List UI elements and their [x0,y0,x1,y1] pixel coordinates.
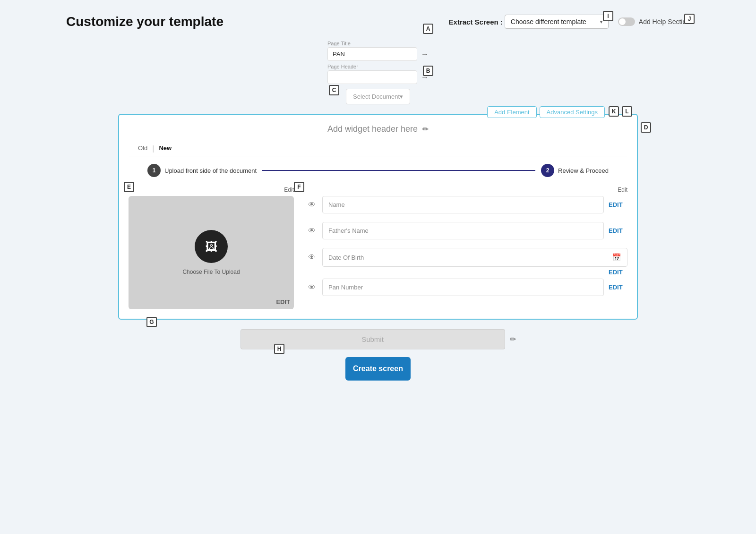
step-2-circle: 2 [541,164,554,177]
badge-C: C [329,85,339,95]
badge-B: B [423,66,433,76]
step-2-number: 2 [546,167,550,174]
widget-header-text: Add widget header here [327,124,418,134]
badge-L: L [622,106,632,117]
badge-F: F [294,182,304,192]
widget-header-edit-icon[interactable]: ✏ [422,125,429,134]
upload-image-icon: 🖼 [205,239,217,254]
dob-edit-row: EDIT [308,269,627,276]
badge-H: H [274,344,284,354]
badge-E: E [124,182,134,192]
help-section-toggle[interactable] [618,17,635,26]
add-element-button[interactable]: Add Element [487,106,536,118]
widget-toolbar: Add Element Advanced Settings K L [487,106,632,118]
select-document-dropdown[interactable]: Select Document ▾ [346,89,410,104]
tabs-row: Old | New [129,142,627,156]
page-title-arrow-icon: → [421,50,429,59]
tab-old[interactable]: Old [133,142,152,156]
extract-screen-label: Extract Screen : [449,18,503,26]
form-column: F Edit 👁 Name EDIT 👁 Father's Name [308,186,627,305]
name-input[interactable]: Name [322,196,604,213]
step-line [262,170,535,171]
name-placeholder: Name [328,201,345,208]
advanced-settings-button[interactable]: Advanced Settings [540,106,605,118]
badge-J: J [684,14,695,24]
help-section-label: Add Help Section [639,18,690,25]
upload-file-label: Choose File To Upload [182,269,240,275]
pan-visibility-icon[interactable]: 👁 [308,283,318,292]
page-title-input[interactable] [327,47,417,61]
badge-G: G [146,317,157,327]
dob-block: 👁 Date Of Birth 📅 EDIT [308,248,627,276]
pan-input[interactable]: Pan Number [322,279,604,296]
pan-placeholder: Pan Number [328,284,363,291]
upload-edit-button[interactable]: EDIT [276,298,290,305]
submit-row: G Submit ✏ [118,329,638,349]
upload-icon-circle: 🖼 [195,230,228,263]
page-title: Customize your template [66,14,223,29]
calendar-icon: 📅 [612,253,621,262]
chevron-down-icon: ▾ [600,19,602,25]
template-dropdown[interactable]: Choose different template ▾ [505,15,609,29]
steps-row: 1 Upload front side of the document 2 Re… [129,164,627,177]
badge-K: K [609,106,619,117]
upload-column: E Edit 🖼 Choose File To Upload EDIT [129,186,294,309]
upload-edit-label: Edit [129,186,294,193]
pan-number-field-row: 👁 Pan Number EDIT [308,279,627,296]
fathers-name-placeholder: Father's Name [328,227,369,234]
page-header-label: Page Header [327,64,429,69]
badge-A: A [423,24,433,34]
create-screen-button[interactable]: Create screen [345,357,411,381]
submit-edit-icon[interactable]: ✏ [510,335,516,344]
dob-field-row: 👁 Date Of Birth 📅 [308,248,627,267]
step-1-number: 1 [153,167,156,174]
fathers-name-input[interactable]: Father's Name [322,222,604,239]
step-2-label: Review & Proceed [558,167,609,174]
badge-D: D [641,122,651,133]
dob-visibility-icon[interactable]: 👁 [308,253,318,262]
page-title-label: Page Title [327,41,429,46]
fathers-name-visibility-icon[interactable]: 👁 [308,227,318,235]
dob-input[interactable]: Date Of Birth 📅 [322,248,627,267]
fathers-name-edit-button[interactable]: EDIT [609,227,627,234]
step-1-label: Upload front side of the document [164,167,257,174]
tab-new[interactable]: New [154,142,176,156]
pan-edit-button[interactable]: EDIT [609,284,627,291]
widget-container: Add Element Advanced Settings K L Add wi… [118,114,638,320]
fathers-name-field-row: 👁 Father's Name EDIT [308,222,627,239]
name-edit-button[interactable]: EDIT [609,201,627,208]
step-1-circle: 1 [147,164,161,177]
name-visibility-icon[interactable]: 👁 [308,201,318,209]
upload-box[interactable]: 🖼 Choose File To Upload EDIT [129,196,294,309]
select-document-placeholder: Select Document [353,93,400,100]
name-field-row: 👁 Name EDIT [308,196,627,213]
form-edit-label: Edit [308,186,627,193]
badge-I: I [603,11,613,21]
dropdown-arrow-icon: ▾ [400,93,403,100]
dropdown-label: Choose different template [511,18,586,25]
page-header-input[interactable] [327,70,417,84]
dob-placeholder: Date Of Birth [328,254,364,261]
dob-edit-button[interactable]: EDIT [609,269,627,276]
